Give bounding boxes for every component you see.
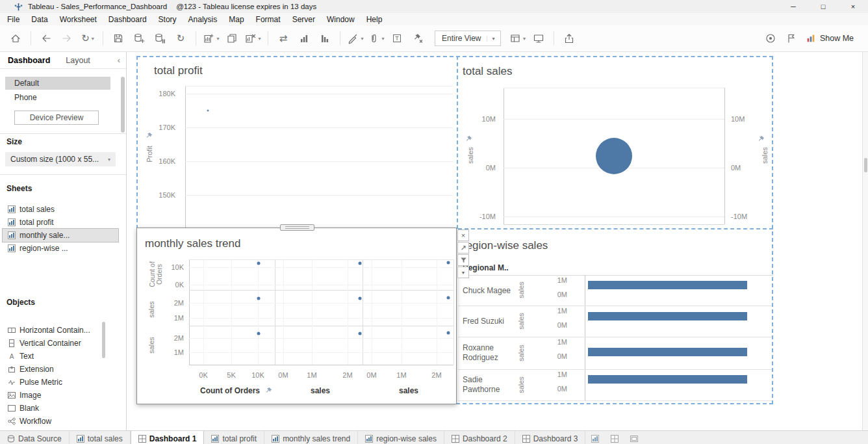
close-button[interactable]: × bbox=[838, 0, 868, 13]
menu-item-server[interactable]: Server bbox=[287, 14, 321, 25]
device-item-default[interactable]: Default bbox=[5, 77, 110, 90]
pin-icon[interactable] bbox=[465, 135, 472, 142]
show-me-button[interactable]: Show Me bbox=[806, 33, 854, 44]
sales-circle-mark[interactable] bbox=[596, 138, 632, 174]
scatter-mark[interactable] bbox=[257, 262, 261, 265]
menu-item-data[interactable]: Data bbox=[25, 14, 53, 25]
scatter-mark[interactable] bbox=[447, 296, 450, 300]
scatter-mark[interactable] bbox=[359, 262, 362, 265]
tab-dashboard[interactable]: Dashboard bbox=[0, 53, 58, 68]
menu-item-file[interactable]: File bbox=[1, 14, 25, 25]
scatter-mark[interactable] bbox=[359, 332, 362, 335]
tab-data-source[interactable]: Data Source bbox=[0, 431, 70, 444]
sort-descending-button[interactable] bbox=[316, 29, 333, 47]
chart-region-wise-sales[interactable]: region-wise sales Regional M.. Chuck Mag… bbox=[458, 231, 773, 404]
pause-auto-updates-button[interactable] bbox=[151, 29, 168, 47]
object-blank[interactable]: Blank bbox=[3, 402, 118, 415]
collapse-pane-icon[interactable]: ‹ bbox=[118, 55, 126, 65]
fix-axes-button[interactable] bbox=[409, 29, 426, 47]
scatter-mark[interactable] bbox=[257, 297, 261, 300]
swap-rows-columns-button[interactable]: ⇄ bbox=[275, 29, 292, 47]
menu-item-format[interactable]: Format bbox=[250, 14, 287, 25]
floating-drag-handle[interactable] bbox=[280, 224, 314, 231]
tab-dashboard-1[interactable]: Dashboard 1 bbox=[131, 431, 205, 444]
sidebar-sheet-total-sales[interactable]: total sales bbox=[3, 203, 118, 216]
sort-ascending-button[interactable] bbox=[296, 29, 313, 47]
remove-from-dashboard-button[interactable]: × bbox=[457, 229, 469, 241]
group-members-button[interactable]: ▾ bbox=[368, 29, 385, 47]
new-worksheet-button[interactable]: ▾ bbox=[203, 29, 220, 47]
clear-sheet-button[interactable]: ▾ bbox=[244, 29, 261, 47]
redo-button[interactable] bbox=[58, 29, 75, 47]
pin-icon[interactable] bbox=[146, 132, 153, 139]
objects-scrollbar-thumb[interactable] bbox=[102, 322, 105, 358]
flag-button[interactable] bbox=[783, 29, 800, 47]
device-item-phone[interactable]: Phone bbox=[5, 91, 110, 104]
sidebar-sheet-total-profit[interactable]: total profit bbox=[3, 216, 118, 229]
menu-item-dashboard[interactable]: Dashboard bbox=[103, 14, 153, 25]
pin-icon[interactable] bbox=[758, 135, 765, 142]
object-horizontal-container[interactable]: Horizontal Contain... bbox=[3, 324, 118, 337]
tab-monthly-sales-trend[interactable]: monthly sales trend bbox=[264, 431, 358, 444]
more-options-button[interactable]: ▾ bbox=[457, 267, 469, 278]
scatter-mark[interactable] bbox=[447, 261, 450, 265]
object-text[interactable]: A Text bbox=[3, 350, 118, 363]
presentation-mode-button[interactable] bbox=[530, 29, 547, 47]
object-workflow[interactable]: Workflow bbox=[3, 415, 118, 428]
tab-layout[interactable]: Layout bbox=[58, 53, 98, 68]
chart-total-sales[interactable]: total sales sales 10M 0M -10M 10M 0M -10… bbox=[458, 57, 773, 228]
tab-dashboard-2[interactable]: Dashboard 2 bbox=[444, 431, 515, 444]
tab-total-profit[interactable]: total profit bbox=[204, 431, 264, 444]
menu-item-help[interactable]: Help bbox=[361, 14, 389, 25]
canvas-scrollbar[interactable] bbox=[862, 52, 868, 430]
menu-item-worksheet[interactable]: Worksheet bbox=[54, 14, 103, 25]
duplicate-sheet-button[interactable] bbox=[223, 29, 240, 47]
device-preview-button[interactable]: Device Preview bbox=[14, 111, 99, 125]
sales-bar[interactable] bbox=[588, 312, 747, 320]
menu-item-map[interactable]: Map bbox=[223, 14, 249, 25]
sidebar-scrollbar-thumb[interactable] bbox=[121, 77, 125, 133]
tab-dashboard-3[interactable]: Dashboard 3 bbox=[515, 431, 586, 444]
object-vertical-container[interactable]: Vertical Container bbox=[3, 337, 118, 350]
sidebar-sheet-monthly-sales[interactable]: monthly sale... bbox=[3, 229, 118, 242]
new-data-source-button[interactable] bbox=[131, 29, 147, 47]
fit-dropdown[interactable]: Entire View ▾ bbox=[435, 31, 501, 46]
tab-total-sales[interactable]: total sales bbox=[70, 431, 131, 444]
sidebar-sheet-region-wise[interactable]: region-wise ... bbox=[3, 242, 118, 255]
sales-bar[interactable] bbox=[588, 375, 747, 384]
pin-icon[interactable] bbox=[265, 387, 272, 394]
object-image[interactable]: Image bbox=[3, 389, 118, 402]
scatter-mark[interactable] bbox=[359, 297, 362, 300]
sales-bar[interactable] bbox=[588, 281, 747, 289]
object-extension[interactable]: Extension bbox=[3, 363, 118, 376]
scatter-mark[interactable] bbox=[447, 332, 450, 335]
canvas-scrollbar-thumb[interactable] bbox=[864, 158, 867, 172]
save-button[interactable] bbox=[110, 29, 127, 47]
menu-item-analysis[interactable]: Analysis bbox=[183, 14, 223, 25]
restore-button[interactable]: □ bbox=[808, 0, 838, 13]
minimize-button[interactable]: ─ bbox=[778, 0, 808, 13]
highlight-button[interactable]: ▾ bbox=[347, 29, 364, 47]
tab-region-wise-sales[interactable]: region-wise sales bbox=[358, 431, 444, 444]
new-worksheet-tab-button[interactable] bbox=[585, 431, 605, 444]
floating-sheet-monthly-sales-trend[interactable]: monthly sales trend Count of Orders sale… bbox=[136, 228, 457, 404]
show-mark-labels-button[interactable]: T bbox=[389, 29, 405, 47]
scatter-mark[interactable] bbox=[257, 332, 261, 335]
new-dashboard-tab-button[interactable] bbox=[605, 431, 624, 444]
menu-item-window[interactable]: Window bbox=[321, 14, 361, 25]
data-guide-button[interactable] bbox=[762, 29, 779, 47]
menu-item-story[interactable]: Story bbox=[153, 14, 183, 25]
object-pulse-metric[interactable]: Pulse Metric bbox=[3, 376, 118, 389]
new-story-tab-button[interactable] bbox=[624, 431, 644, 444]
scatter-mark[interactable] bbox=[207, 110, 209, 112]
use-as-filter-button[interactable] bbox=[457, 254, 469, 266]
chart-total-profit[interactable]: total profit Profit 180K 170K 160K 150K bbox=[137, 57, 457, 228]
start-page-button[interactable] bbox=[7, 29, 24, 47]
size-dropdown[interactable]: Custom size (1000 x 55... ▾ bbox=[5, 152, 116, 166]
sales-bar[interactable] bbox=[588, 348, 747, 356]
replay-button[interactable]: ↻ ▾ bbox=[79, 29, 96, 47]
run-auto-updates-button[interactable]: ↻ bbox=[172, 29, 189, 47]
share-workbook-button[interactable] bbox=[561, 29, 578, 47]
undo-button[interactable] bbox=[38, 29, 55, 47]
go-to-sheet-button[interactable]: ↗ bbox=[457, 242, 469, 254]
